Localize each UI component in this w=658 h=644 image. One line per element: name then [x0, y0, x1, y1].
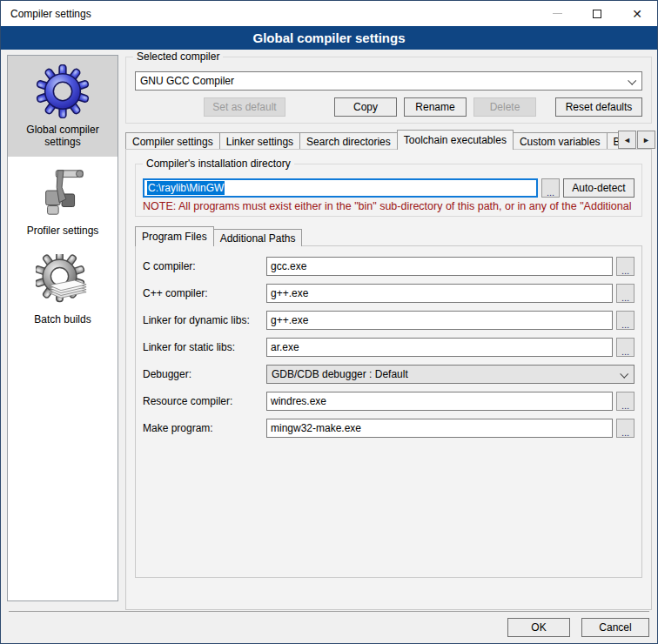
field-row-resource-compiler: Resource compiler: windres.exe ...: [143, 392, 634, 411]
cpp-compiler-input[interactable]: g++.exe: [266, 284, 613, 303]
program-files-page: C compiler: gcc.exe ... C++ compiler: g+…: [135, 245, 642, 578]
caliper-icon: [36, 165, 90, 219]
field-label: Linker for static libs:: [143, 341, 266, 353]
installation-directory-value: C:\raylib\MinGW: [147, 181, 225, 195]
copy-button[interactable]: Copy: [334, 97, 397, 117]
ok-button[interactable]: OK: [507, 618, 570, 637]
debugger-select[interactable]: GDB/CDB debugger : Default: [266, 365, 634, 384]
field-row-dynamic-linker: Linker for dynamic libs: g++.exe ...: [143, 311, 634, 330]
selected-compiler-group-label: Selected compiler: [133, 50, 223, 63]
resource-compiler-browse-button[interactable]: ...: [616, 392, 634, 411]
tab-toolchain-executables[interactable]: Toolchain executables: [397, 130, 514, 150]
tab-program-files[interactable]: Program Files: [135, 226, 214, 246]
minimize-icon: [553, 13, 562, 14]
sidebar-item-batch-builds[interactable]: Batch builds: [8, 245, 118, 334]
set-as-default-button[interactable]: Set as default: [204, 97, 285, 117]
resource-compiler-input[interactable]: windres.exe: [266, 392, 613, 411]
close-icon: ✕: [632, 8, 642, 20]
toolchain-executables-page: Compiler's installation directory C:\ray…: [125, 149, 652, 610]
field-label: C++ compiler:: [143, 287, 266, 299]
footer-divider: [9, 611, 649, 612]
field-row-make-program: Make program: mingw32-make.exe ...: [143, 419, 634, 438]
sidebar-item-label: Profiler settings: [10, 225, 116, 237]
cancel-button[interactable]: Cancel: [581, 618, 649, 637]
tab-additional-paths[interactable]: Additional Paths: [213, 229, 303, 246]
sidebar-item-profiler-settings[interactable]: Profiler settings: [8, 157, 118, 245]
page-title: Global compiler settings: [1, 26, 657, 50]
compiler-select-value: GNU GCC Compiler: [140, 75, 234, 87]
sidebar-item-global-compiler-settings[interactable]: Global compiler settings: [8, 56, 118, 157]
field-row-static-linker: Linker for static libs: ar.exe ...: [143, 338, 634, 357]
program-files-tabstrip: Program Files Additional Paths: [135, 225, 642, 246]
bin-subdirectory-note: NOTE: All programs must exist either in …: [143, 200, 634, 212]
field-row-debugger: Debugger: GDB/CDB debugger : Default: [143, 365, 634, 384]
blue-gear-icon: [36, 64, 90, 118]
tab-linker-settings[interactable]: Linker settings: [219, 132, 300, 150]
compiler-settings-window: Compiler settings ✕ Global compiler sett…: [0, 0, 658, 644]
chevron-down-icon: [628, 77, 636, 85]
installation-directory-group: Compiler's installation directory C:\ray…: [135, 164, 642, 217]
auto-detect-button[interactable]: Auto-detect: [563, 178, 634, 198]
settings-tabstrip: Compiler settings Linker settings Search…: [125, 130, 618, 150]
dynamic-linker-input[interactable]: g++.exe: [266, 311, 613, 330]
static-linker-browse-button[interactable]: ...: [616, 338, 634, 357]
compiler-select[interactable]: GNU GCC Compiler: [135, 71, 642, 91]
gray-gear-stack-icon: [36, 254, 90, 308]
dialog-content: Global compiler settings Profiler settin…: [1, 50, 657, 643]
field-label: C compiler:: [143, 260, 266, 272]
tab-compiler-settings[interactable]: Compiler settings: [125, 132, 220, 150]
field-label: Make program:: [143, 422, 266, 434]
sidebar-item-label: Global compiler settings: [10, 124, 116, 148]
field-label: Debugger:: [143, 368, 266, 380]
selected-compiler-group: Selected compiler GNU GCC Compiler Set a…: [125, 57, 652, 124]
cpp-compiler-browse-button[interactable]: ...: [616, 284, 634, 303]
tab-custom-variables[interactable]: Custom variables: [513, 132, 608, 150]
settings-category-list: Global compiler settings Profiler settin…: [7, 55, 118, 601]
tab-scroll-right-button[interactable]: ►: [637, 131, 655, 149]
tab-build-options[interactable]: Build options: [607, 132, 618, 150]
installation-directory-group-label: Compiler's installation directory: [143, 158, 294, 170]
window-title: Compiler settings: [1, 8, 537, 20]
maximize-button[interactable]: [577, 1, 617, 26]
chevron-down-icon: [620, 370, 628, 379]
delete-button[interactable]: Delete: [473, 97, 536, 117]
sidebar-item-label: Batch builds: [10, 313, 116, 325]
minimize-button[interactable]: [537, 1, 577, 26]
tab-scroll-controls: ◄ ►: [618, 131, 655, 149]
maximize-icon: [593, 10, 601, 18]
c-compiler-browse-button[interactable]: ...: [616, 257, 634, 276]
installation-directory-input[interactable]: C:\raylib\MinGW: [143, 178, 538, 198]
field-row-c-compiler: C compiler: gcc.exe ...: [143, 257, 634, 276]
titlebar: Compiler settings ✕: [1, 1, 657, 26]
make-program-browse-button[interactable]: ...: [616, 419, 634, 438]
reset-defaults-button[interactable]: Reset defaults: [555, 97, 642, 117]
static-linker-input[interactable]: ar.exe: [266, 338, 613, 357]
make-program-input[interactable]: mingw32-make.exe: [266, 419, 613, 438]
rename-button[interactable]: Rename: [404, 97, 467, 117]
c-compiler-input[interactable]: gcc.exe: [266, 257, 613, 276]
tab-search-directories[interactable]: Search directories: [299, 132, 398, 150]
debugger-select-value: GDB/CDB debugger : Default: [272, 368, 408, 380]
field-label: Resource compiler:: [143, 395, 266, 407]
dynamic-linker-browse-button[interactable]: ...: [616, 311, 634, 330]
close-button[interactable]: ✕: [617, 1, 657, 26]
tab-scroll-left-button[interactable]: ◄: [618, 131, 636, 149]
field-label: Linker for dynamic libs:: [143, 314, 266, 326]
field-row-cpp-compiler: C++ compiler: g++.exe ...: [143, 284, 634, 303]
dialog-footer: OK Cancel: [507, 618, 649, 637]
installation-directory-browse-button[interactable]: ...: [541, 178, 560, 198]
